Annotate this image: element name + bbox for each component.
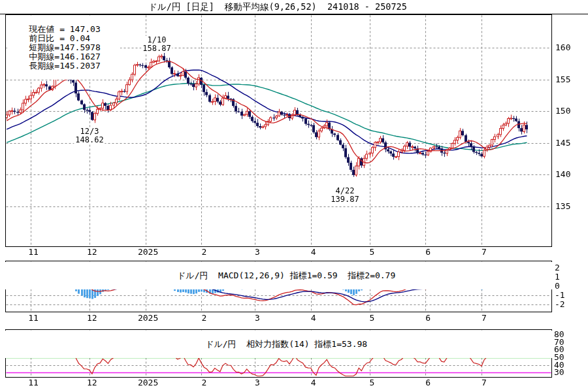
annotation-price: 148.62 (75, 136, 103, 144)
main-month-label: 5 (358, 248, 387, 257)
ma-short-value: 短期線=147.5978 (29, 43, 100, 52)
rsi-month-label: 2025 (134, 378, 163, 387)
price-axis-label: 145 (555, 139, 570, 148)
rsi-panel-header: ドル/円 相対力指数(14) 指標1=53.98 (0, 331, 552, 358)
rsi-month-label: 4 (299, 378, 328, 387)
macd-axis-label: -1 (555, 291, 565, 300)
macd-axis-label: -2 (555, 300, 565, 309)
annotation-price: 139.87 (331, 195, 359, 204)
price-axis-label: 160 (555, 43, 570, 52)
rsi-month-label: 2 (189, 378, 218, 387)
macd-month-label: 2 (189, 314, 218, 323)
price-axis-label: 135 (555, 202, 570, 211)
macd-month-label: 7 (470, 314, 498, 323)
quote-info-row: 現在値 = 147.03 前日比 = 0.04 短期線=147.5978 中期線… (7, 16, 120, 80)
swing-point-annotation: 12/3148.62 (74, 127, 105, 144)
macd-axis-label: 2 (555, 263, 560, 272)
macd-month-label: 3 (243, 314, 272, 323)
price-axis-label: 140 (555, 170, 570, 179)
macd-month-label: 5 (358, 314, 387, 323)
price-axis-label: 155 (555, 75, 570, 84)
macd-month-label: 6 (414, 314, 442, 323)
main-month-label: 3 (243, 248, 272, 257)
rsi-month-label: 3 (243, 378, 272, 387)
macd-month-label: 2025 (134, 314, 163, 323)
main-month-label: 7 (470, 248, 498, 257)
macd-month-label: 12 (78, 314, 106, 323)
rsi-month-label: 5 (358, 378, 387, 387)
main-month-label: 6 (414, 248, 442, 257)
main-month-label: 2 (189, 248, 218, 257)
macd-month-label: 11 (19, 314, 48, 323)
main-month-label: 4 (299, 248, 328, 257)
macd-month-label: 4 (299, 314, 328, 323)
rsi-header-text: ドル/円 相対力指数(14) 指標1=53.98 (203, 339, 370, 349)
macd-header-text: ドル/円 MACD(12,26,9) 指標1=0.59 指標2=0.79 (174, 270, 398, 280)
rsi-month-label: 11 (19, 378, 48, 387)
ma-long-value: 長期線=145.2037 (29, 61, 100, 71)
rsi-month-label: 7 (470, 378, 498, 387)
current-value: 現在値 = 147.03 (29, 25, 100, 34)
main-month-label: 11 (19, 248, 48, 257)
annotation-price: 158.87 (142, 44, 171, 53)
rsi-month-label: 6 (414, 378, 442, 387)
price-axis-label: 150 (555, 106, 570, 116)
chart-app-window: ドル/円 [日足] 移動平均線(9,26,52) 241018 - 250725… (0, 0, 588, 392)
day-change: 前日比 = 0.04 (29, 34, 90, 43)
chart-title: ドル/円 [日足] 移動平均線(9,26,52) 241018 - 250725 (0, 2, 555, 11)
main-month-label: 2025 (134, 248, 163, 257)
ma-mid-value: 中期線=146.1627 (29, 52, 100, 61)
swing-point-annotation: 1/10158.87 (141, 36, 172, 53)
macd-axis-label: 0 (555, 282, 560, 291)
rsi-month-label: 12 (78, 378, 106, 387)
rsi-axis-label: 30 (554, 368, 564, 377)
macd-axis-label: 1 (555, 272, 560, 282)
swing-point-annotation: 4/22139.87 (329, 187, 360, 204)
macd-panel-header: ドル/円 MACD(12,26,9) 指標1=0.59 指標2=0.79 (0, 262, 552, 289)
main-month-label: 12 (78, 248, 106, 257)
